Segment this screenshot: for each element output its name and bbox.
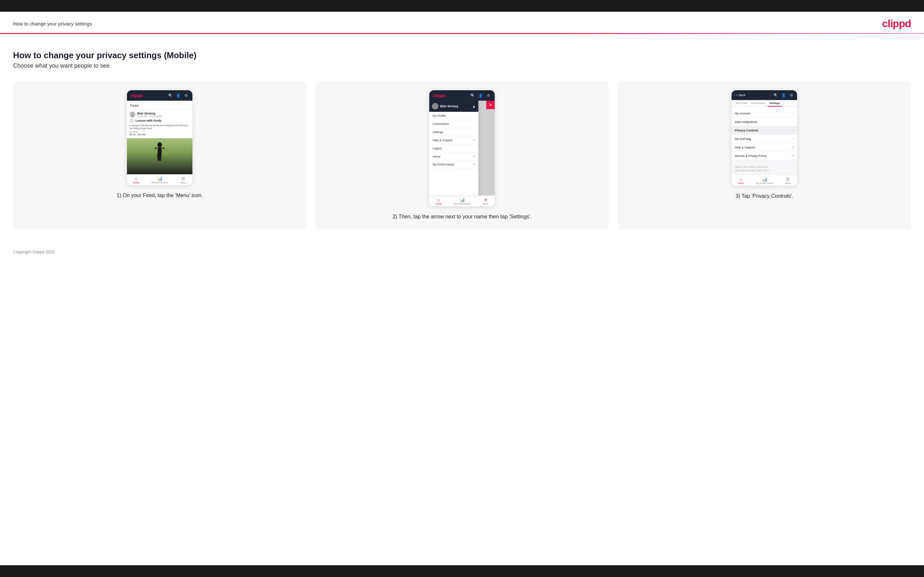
user-icon-3: 👤 [781,92,787,98]
step-2-caption: 2) Then, tap the arrow next to your name… [393,213,532,221]
phone2-content-area: Blair McHarg ▲ My Profile Connections [429,101,495,195]
header-divider [0,33,924,34]
phone3-nav-icons: 🔍 👤 ⚙ [773,92,795,98]
phone1-nav-icons: 🔍 👤 ⚙ [168,92,189,98]
settings-item-data-integrations[interactable]: Data Integrations › [732,118,797,126]
svg-point-0 [131,113,134,115]
search-icon-3: 🔍 [773,92,779,98]
page-heading: How to change your privacy settings (Mob… [13,50,911,60]
page-subheading: Choose what you want people to see [13,63,911,69]
back-label: < Back [736,93,745,97]
chevron-down-icon: ▾ [473,155,475,158]
chevron-down-icon-2: ▾ [473,163,475,166]
phone1-nav-menu: ☰ Menu [181,176,186,184]
menu-username: Blair McHarg [440,105,459,108]
menu-section-performance-label: My Performance [433,163,454,166]
performance-icon-2: 📊 [460,197,465,202]
phone2-menu-panel: Blair McHarg ▲ My Profile Connections [429,101,478,195]
phone-3-mockup: ‹ < Back 🔍 👤 ⚙ My Profile Connections Se… [732,90,797,186]
tab-myprofile[interactable]: My Profile [733,100,749,106]
menu-section-home: Home ▾ [429,153,478,161]
menu-user-info: Blair McHarg [432,103,459,110]
svg-point-2 [157,142,162,147]
feed-duration-val: 01 hr : 30 min [129,133,190,136]
footer: Copyright Clippd 2022 [0,243,924,264]
back-button[interactable]: ‹ < Back [734,93,745,97]
performance-icon: 📊 [157,176,163,181]
settings-item-mygolfbag-label: My Golf Bag [735,137,751,140]
menu-item-myprofile: My Profile [429,112,478,120]
menu-section-home-label: Home [433,155,440,158]
phone3-bottom-nav: ⌂ Home 📊 My Performance ☰ Menu [732,175,797,186]
settings-item-service-privacy[interactable]: Service & Privacy Policy ↗ [732,152,797,160]
svg-rect-3 [158,147,162,154]
phone1-image-area [127,138,192,174]
menu-item-help-label: Help & Support [433,139,452,142]
feed-duration-label: Duration [129,131,190,133]
feed-username: Blair McHarg [137,112,162,115]
phone3-nav-performance: 📊 My Performance [756,177,773,184]
menu-item-logout-label: Logout [433,147,442,150]
home-icon-2: ⌂ [437,197,440,202]
search-icon-2: 🔍 [470,92,476,98]
menu-collapse-arrow: ▲ [472,104,476,108]
search-icon: 🔍 [168,92,173,98]
main-content: How to change your privacy settings (Mob… [0,44,924,243]
menu-avatar [432,103,438,110]
phone1-bottom-nav: ⌂ Home 📊 My Performance ☰ Menu [127,174,192,185]
menu-icon: ☰ [181,176,185,181]
phone2-nav-menu-label: Menu [483,203,489,205]
phone2-logo: clippd [433,93,445,98]
chevron-right-icon: › [793,111,794,115]
tab-connections[interactable]: Connections [749,100,767,106]
settings-item-service-privacy-label: Service & Privacy Policy [735,154,767,158]
settings-icon-3: ⚙ [788,92,795,98]
phone2-close-btn[interactable]: ✕ [486,101,495,109]
svg-rect-4 [154,147,157,149]
phone1-nav-home-label: Home [133,181,139,184]
chevron-right-icon-2: › [793,120,794,124]
lesson-icon [129,118,134,123]
lesson-title: Lesson with Fordy [136,119,162,122]
phone2-nav-performance: 📊 My Performance [454,197,470,205]
settings-item-myaccount-label: My Account [735,112,750,115]
logo: clippd [882,18,911,30]
phone2-nav-performance-label: My Performance [454,203,470,205]
settings-icon: ⚙ [183,92,189,98]
menu-section-performance: My Performance ▾ [429,161,478,168]
phone1-nav-menu-label: Menu [181,181,186,184]
phone1-feed-tab: Feed [130,104,138,108]
settings-item-privacy-controls[interactable]: Privacy Controls › [732,126,797,135]
copyright-text: Copyright Clippd 2022 [13,250,55,254]
phone-1-mockup: clippd 🔍 👤 ⚙ Feed [127,90,192,185]
settings-item-data-integrations-label: Data Integrations [735,120,758,124]
phone1-logo: clippd [130,93,143,98]
phone3-nav-menu: ☰ Menu [785,177,791,184]
svg-rect-5 [162,147,165,149]
settings-item-help[interactable]: Help & Support ↗ [732,143,797,152]
external-link-icon: ↗ [473,139,475,142]
external-link-icon-2: ↗ [791,145,794,149]
settings-item-mygolfbag[interactable]: My Golf Bag › [732,135,797,143]
settings-version: Clippd Client Version: 2022.8.3-3 GQL Se… [732,163,797,175]
feed-text: Looking to feel like my hands are exitin… [129,124,190,130]
menu-user-row: Blair McHarg ▲ [429,101,478,112]
menu-item-myprofile-label: My Profile [433,114,446,118]
phone2-navbar: clippd 🔍 👤 ⚙ [429,90,495,101]
step-3-caption: 3) Tap 'Privacy Controls'. [735,192,793,200]
phone1-nav-performance-label: My Performance [152,181,168,184]
feed-avatar [129,111,136,118]
step-1-card: clippd 🔍 👤 ⚙ Feed [13,81,306,230]
phone-2-mockup: clippd 🔍 👤 ⚙ [429,90,495,206]
settings-item-myaccount[interactable]: My Account › [732,109,797,118]
tab-settings[interactable]: Settings [767,100,782,106]
step-1-caption: 1) On your Feed, tap the 'Menu' icon. [116,192,202,200]
menu-item-connections: Connections [429,120,478,128]
svg-point-1 [131,115,134,118]
settings-item-help-label: Help & Support [735,146,755,149]
version-client: Clippd Client Version: 2022.8.3-3 [735,165,794,169]
version-gql: GQL Server Version: 2022.7.30-1 [735,169,794,172]
settings-list: My Account › Data Integrations › Privacy… [732,109,797,160]
phone3-nav-menu-label: Menu [785,182,791,184]
back-chevron-icon: ‹ [734,93,735,97]
